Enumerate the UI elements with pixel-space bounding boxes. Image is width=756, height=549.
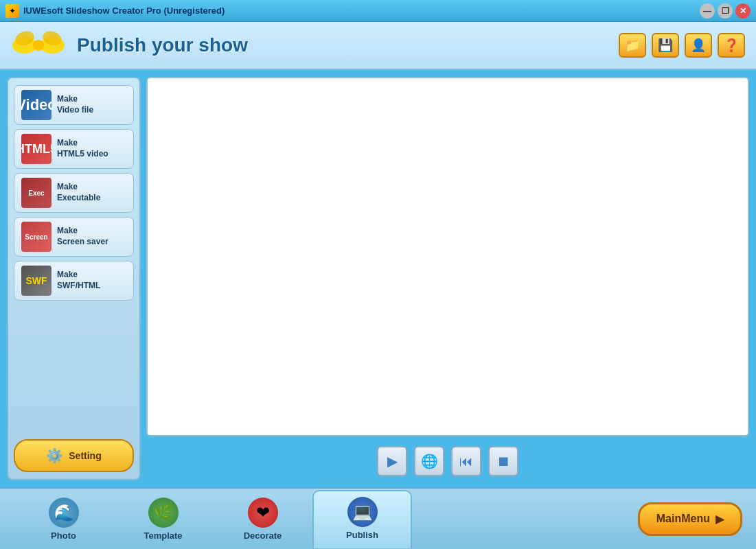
make-swf-label: Make SWF/HTML: [57, 270, 100, 291]
nav-publish[interactable]: 💻 Publish: [312, 490, 412, 548]
title-bar: ✦ IUWEsoft Slideshow Creator Pro (Unregi…: [0, 0, 756, 22]
window-controls: — ❐ ✕: [700, 3, 751, 19]
preview-area: [146, 77, 749, 436]
window-title: IUWEsoft Slideshow Creator Pro (Unregist…: [23, 5, 225, 16]
nav-template-label: Template: [144, 530, 182, 541]
save-button[interactable]: 💾: [652, 33, 679, 58]
header-toolbar: 📁 💾 👤 ❓: [619, 33, 745, 58]
right-panel: ▶ 🌐 ⏮ ⏹: [146, 77, 749, 480]
title-bar-left: ✦ IUWEsoft Slideshow Creator Pro (Unregi…: [5, 4, 225, 18]
bottom-nav: 🌊 Photo 🌿 Template ❤ Decorate 💻 Publish …: [0, 487, 756, 549]
make-swf-button[interactable]: SWF Make SWF/HTML: [14, 261, 134, 301]
svg-point-4: [33, 40, 44, 51]
template-nav-icon: 🌿: [148, 498, 179, 528]
prev-icon: ⏮: [459, 454, 473, 469]
swf-icon: SWF: [21, 266, 51, 296]
maximize-button[interactable]: ❐: [718, 3, 733, 19]
make-video-label: Make Video file: [57, 94, 93, 115]
nav-photo[interactable]: 🌊 Photo: [14, 492, 113, 546]
screensaver-icon: Screen: [21, 222, 51, 252]
make-executable-label: Make Executable: [57, 182, 100, 203]
open-folder-button[interactable]: 📁: [619, 33, 646, 58]
left-panel: Video Make Video file HTML5 Make HTML5 v…: [7, 77, 141, 480]
photo-nav-icon: 🌊: [49, 498, 79, 528]
play-icon: ▶: [387, 453, 398, 469]
make-executable-button[interactable]: Exec Make Executable: [14, 173, 134, 213]
web-icon: 🌐: [421, 453, 438, 469]
page-title: Publish your show: [77, 34, 248, 56]
web-preview-button[interactable]: 🌐: [414, 446, 444, 476]
nav-photo-label: Photo: [51, 530, 76, 541]
nav-decorate[interactable]: ❤ Decorate: [213, 492, 312, 546]
main-menu-button[interactable]: MainMenu ▶: [638, 502, 742, 536]
help-button[interactable]: ❓: [718, 33, 745, 58]
app-logo: [11, 25, 66, 66]
nav-template[interactable]: 🌿 Template: [113, 492, 213, 546]
profile-button[interactable]: 👤: [685, 33, 712, 58]
gear-icon: ⚙️: [46, 447, 63, 464]
make-screensaver-button[interactable]: Screen Make Screen saver: [14, 217, 134, 257]
video-icon: Video: [21, 90, 51, 120]
close-button[interactable]: ✕: [735, 3, 751, 19]
make-video-button[interactable]: Video Make Video file: [14, 85, 134, 125]
play-button[interactable]: ▶: [377, 446, 407, 476]
publish-nav-icon: 💻: [347, 497, 378, 527]
setting-button[interactable]: ⚙️ Setting: [14, 439, 134, 472]
app-icon: ✦: [5, 4, 19, 18]
preview-controls: ▶ 🌐 ⏮ ⏹: [146, 442, 749, 480]
make-html5-button[interactable]: HTML5 Make HTML5 video: [14, 129, 134, 169]
nav-decorate-label: Decorate: [244, 530, 282, 541]
make-screensaver-label: Make Screen saver: [57, 226, 108, 247]
stop-icon: ⏹: [496, 454, 510, 469]
nav-publish-label: Publish: [346, 530, 378, 540]
html5-icon: HTML5: [21, 134, 51, 164]
header: Publish your show 📁 💾 👤 ❓: [0, 22, 756, 70]
main-menu-label: MainMenu: [656, 513, 710, 525]
minimize-button[interactable]: —: [700, 3, 715, 19]
make-html5-label: Make HTML5 video: [57, 138, 108, 159]
decorate-nav-icon: ❤: [248, 498, 278, 528]
stop-button[interactable]: ⏹: [488, 446, 518, 476]
main-content: Video Make Video file HTML5 Make HTML5 v…: [0, 70, 756, 487]
executable-icon: Exec: [21, 178, 51, 208]
arrow-right-icon: ▶: [715, 513, 724, 526]
prev-frame-button[interactable]: ⏮: [451, 446, 481, 476]
